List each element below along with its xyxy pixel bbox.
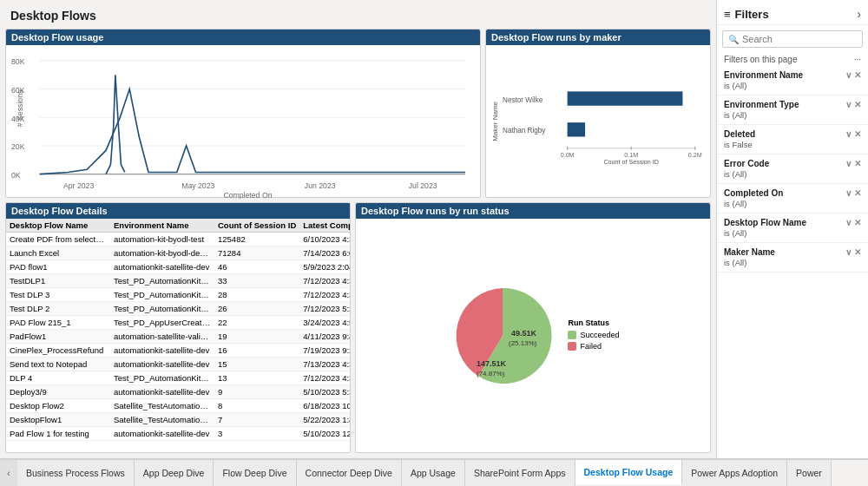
filter-item[interactable]: Error Code ∨ ✕ is (All) xyxy=(717,154,868,184)
table-row[interactable]: Send text to Notepadautomationkit-satell… xyxy=(6,358,350,371)
table-row[interactable]: TestDLP1Test_PD_AutomationKit_Satellite3… xyxy=(6,274,350,288)
filter-value: is False xyxy=(724,140,861,149)
pie-chart-title: Desktop Flow runs by run status xyxy=(356,203,710,219)
table-cell: 46 xyxy=(214,260,299,274)
table-cell: Test_PD_AppUserCreation xyxy=(110,316,214,330)
filter-name: Desktop Flow Name ∨ ✕ xyxy=(724,218,861,227)
svg-text:(74.87%): (74.87%) xyxy=(477,370,505,378)
desktop-flow-table[interactable]: Desktop Flow Name Environment Name Count… xyxy=(6,219,350,452)
svg-text:Nathan Rigby: Nathan Rigby xyxy=(503,128,546,135)
tab-power[interactable]: Power xyxy=(787,460,832,486)
tab-app-deep-dive[interactable]: App Deep Dive xyxy=(135,460,214,486)
tab-app-usage[interactable]: App Usage xyxy=(402,460,465,486)
filter-search-box[interactable]: 🔍 xyxy=(722,30,863,48)
page-title: Desktop Flows xyxy=(5,5,711,24)
tab-business-process-flows[interactable]: Business Process Flows xyxy=(17,460,135,486)
filter-name: Environment Name ∨ ✕ xyxy=(724,70,861,80)
table-row[interactable]: Launch Excelautomation-kit-byodl-demo712… xyxy=(6,246,350,260)
table-cell: Test DLP 3 xyxy=(6,288,110,302)
table-cell: automationkit-satellite-dev xyxy=(110,427,214,441)
table-cell: 6/10/2023 4:30:16 AM xyxy=(299,233,350,246)
table-row[interactable]: DLP 4Test_PD_AutomationKit_Satellite137/… xyxy=(6,371,350,385)
table-cell: DesktopFlow1 xyxy=(6,413,110,427)
filter-name: Deleted ∨ ✕ xyxy=(724,129,861,139)
search-input[interactable] xyxy=(742,34,857,44)
tab-sharepoint-form-apps[interactable]: SharePoint Form Apps xyxy=(465,460,575,486)
tab-power-apps-adoption[interactable]: Power Apps Adoption xyxy=(682,460,787,486)
table-cell: Launch Excel xyxy=(6,246,110,260)
filter-value: is (All) xyxy=(724,228,861,238)
table-cell: 28 xyxy=(214,288,299,302)
table-cell: 7/19/2023 9:22:52 AM xyxy=(299,344,350,358)
table-cell: Desktop Flow2 xyxy=(6,399,110,413)
table-cell: 7/12/2023 4:30:45 AM xyxy=(299,274,350,288)
filter-value: is (All) xyxy=(724,258,861,267)
filter-value: is (All) xyxy=(724,199,861,208)
filter-icons: ∨ ✕ xyxy=(845,218,861,227)
table-row[interactable]: DesktopFlow1Satellite_TestAutomationKIT7… xyxy=(6,413,350,427)
table-row[interactable]: Desktop Flow2Satellite_TestAutomationKIT… xyxy=(6,399,350,413)
table-cell: 5/10/2023 12:10:50 PM xyxy=(299,427,350,441)
filter-item[interactable]: Completed On ∨ ✕ is (All) xyxy=(717,184,868,213)
table-row[interactable]: PAD Flow 215_1Test_PD_AppUserCreation223… xyxy=(6,316,350,330)
table-cell: 7/12/2023 5:21:34 AM xyxy=(299,302,350,316)
table-row[interactable]: Deploy3/9automationkit-satellite-dev95/1… xyxy=(6,385,350,399)
table-cell: Satellite_TestAutomationKIT xyxy=(110,399,214,413)
svg-text:20K: 20K xyxy=(11,142,25,151)
table-cell: Test_PD_AutomationKit_Satellite xyxy=(110,274,214,288)
filter-icons: ∨ ✕ xyxy=(845,100,861,109)
legend-succeeded: Succeeded xyxy=(568,331,619,339)
table-cell: Test_PD_AutomationKit_Satellite xyxy=(110,288,214,302)
table-cell: Test DLP 2 xyxy=(6,302,110,316)
table-cell: 33 xyxy=(214,274,299,288)
tab-nav-back[interactable]: ‹ xyxy=(0,460,17,486)
table-cell: Test_PD_AutomationKit_Satellite xyxy=(110,371,214,385)
run-status-label: Run Status xyxy=(568,319,619,327)
table-cell: automationkit-satellite-dev xyxy=(110,358,214,371)
table-row[interactable]: Create PDF from selected PDF page(s) - C… xyxy=(6,233,350,246)
table-cell: 26 xyxy=(214,302,299,316)
svg-text:Nestor Wilke: Nestor Wilke xyxy=(503,96,543,104)
table-row[interactable]: PadFlow1automation-satellite-validation1… xyxy=(6,330,350,344)
table-cell: automationkit-satellite-dev xyxy=(110,260,214,274)
table-row[interactable]: Pad Flow 1 for testingautomationkit-sate… xyxy=(6,427,350,441)
table-cell: 5/9/2023 2:04:44 PM xyxy=(299,260,350,274)
svg-text:0K: 0K xyxy=(11,171,21,180)
table-cell: 13 xyxy=(214,371,299,385)
tab-connector-deep-dive[interactable]: Connector Deep Dive xyxy=(297,460,402,486)
table-row[interactable]: PAD flow1automationkit-satellite-dev465/… xyxy=(6,260,350,274)
filter-name: Completed On ∨ ✕ xyxy=(724,188,861,198)
filter-item[interactable]: Deleted ∨ ✕ is False xyxy=(717,125,868,154)
table-cell: automation-satellite-validation xyxy=(110,330,214,344)
table-cell: Test_PD_AutomationKit_Satellite xyxy=(110,302,214,316)
filter-value: is (All) xyxy=(724,110,861,120)
filter-item[interactable]: Environment Type ∨ ✕ is (All) xyxy=(717,95,868,125)
tab-flow-deep-dive[interactable]: Flow Deep Dive xyxy=(214,460,296,486)
table-cell: Create PDF from selected PDF page(s) - C… xyxy=(6,233,110,246)
sidebar-close-button[interactable]: › xyxy=(857,7,861,21)
table-cell: Satellite_TestAutomationKIT xyxy=(110,413,214,427)
filter-item[interactable]: Environment Name ∨ ✕ is (All) xyxy=(717,66,868,95)
svg-rect-20 xyxy=(568,123,585,137)
table-cell: 7/13/2023 4:30:51 AM xyxy=(299,358,350,371)
table-cell: 7/12/2023 4:32:05 AM xyxy=(299,288,350,302)
table-cell: PAD Flow 215_1 xyxy=(6,316,110,330)
filter-item[interactable]: Maker Name ∨ ✕ is (All) xyxy=(717,243,868,273)
pie-chart-container: 49.51K (25.13%) 147.51K (74.87%) Run Sta… xyxy=(361,224,705,447)
table-cell: 22 xyxy=(214,316,299,330)
svg-text:(25.13%): (25.13%) xyxy=(509,339,537,347)
usage-chart-title: Desktop Flow usage xyxy=(6,30,480,45)
legend-failed: Failed xyxy=(568,342,619,351)
tab-desktop-flow-usage[interactable]: Desktop Flow Usage xyxy=(575,460,683,484)
table-row[interactable]: Test DLP 3Test_PD_AutomationKit_Satellit… xyxy=(6,288,350,302)
filter-item[interactable]: Desktop Flow Name ∨ ✕ is (All) xyxy=(717,213,868,243)
svg-text:80K: 80K xyxy=(11,57,25,66)
usage-chart: 80K 60K 40K 20K 0K # Sessions xyxy=(11,50,475,199)
table-row[interactable]: Test DLP 2Test_PD_AutomationKit_Satellit… xyxy=(6,302,350,316)
table-cell: CinePlex_ProcessRefund xyxy=(6,344,110,358)
svg-text:Completed On: Completed On xyxy=(223,191,272,199)
table-cell: Deploy3/9 xyxy=(6,385,110,399)
table-row[interactable]: CinePlex_ProcessRefundautomationkit-sate… xyxy=(6,344,350,358)
table-cell: TestDLP1 xyxy=(6,274,110,288)
svg-text:0.0M: 0.0M xyxy=(561,152,575,159)
